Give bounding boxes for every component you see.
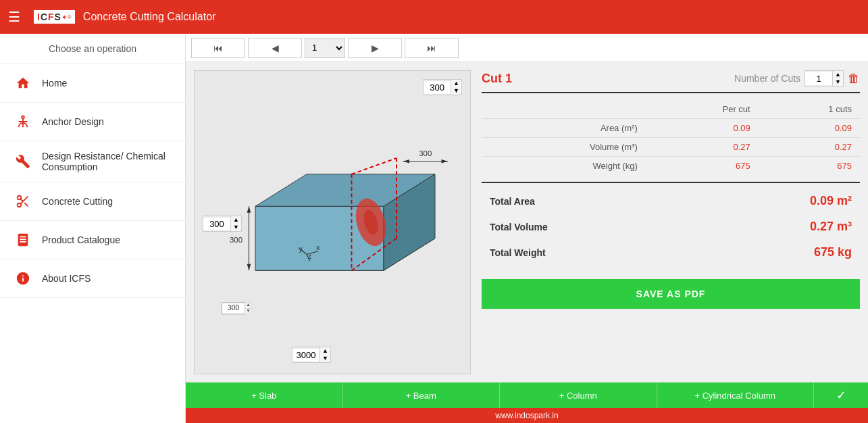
total-area-label: Total Area (490, 196, 535, 207)
dim1-input[interactable] (203, 218, 230, 230)
total-volume-row: Total Volume 0.27 m³ (482, 214, 860, 240)
sidebar-item-about[interactable]: About ICFS (0, 259, 185, 298)
total-area-row: Total Area 0.09 m² (482, 189, 860, 214)
svg-point-2 (18, 203, 22, 207)
weight-label: Weight (kg) (482, 157, 646, 176)
home-icon (14, 74, 32, 93)
volume-per-cut: 0.27 (646, 138, 759, 157)
totals-section: Total Area 0.09 m² Total Volume 0.27 m³ … (482, 182, 860, 266)
content-body: y z x 3000 3000 3000 (186, 62, 868, 382)
hamburger-menu[interactable]: ☰ (8, 9, 20, 25)
svg-text:x: x (316, 244, 320, 251)
preview-panel: y z x 3000 3000 3000 (194, 70, 471, 374)
svg-line-5 (20, 199, 23, 201)
col-label-header (482, 100, 646, 119)
weight-n-cuts: 675 (759, 157, 860, 176)
dim3-input-wrap[interactable]: ▲ ▼ (292, 347, 331, 363)
svg-text:300: 300 (228, 304, 240, 312)
next-page-button[interactable]: ▶ (348, 38, 402, 58)
cutting-icon (14, 192, 32, 211)
dim2-up[interactable]: ▲ (451, 80, 461, 87)
dim1-input-wrap[interactable]: ▲ ▼ (203, 216, 242, 232)
sidebar: Choose an operation Home Anchor Design D… (0, 34, 186, 423)
content-area: ⏮ ◀ 1 2 3 ▶ ⏭ (186, 34, 868, 423)
sidebar-item-concrete-cutting[interactable]: Concrete Cutting (0, 182, 185, 221)
dim3-up[interactable]: ▲ (320, 347, 330, 355)
delete-cut-button[interactable]: 🗑 (848, 72, 860, 86)
footer-url: www.indospark.in (495, 411, 558, 420)
logo: I C F S ✦ ® (34, 10, 75, 24)
total-weight-label: Total Weight (490, 247, 546, 258)
svg-point-1 (18, 196, 22, 200)
total-weight-value: 675 kg (814, 245, 852, 259)
dim2-input[interactable] (424, 81, 451, 94)
table-row: Volume (m³) 0.27 0.27 (482, 138, 860, 157)
area-n-cuts: 0.09 (759, 119, 860, 138)
info-icon (14, 269, 32, 288)
cuts-input[interactable] (805, 72, 832, 85)
catalogue-icon (14, 230, 32, 249)
cuts-label: Number of Cuts (734, 73, 800, 84)
sidebar-label-anchor: Anchor Design (42, 116, 104, 127)
svg-point-0 (22, 116, 24, 119)
sidebar-label-home: Home (42, 78, 67, 89)
sidebar-item-anchor-design[interactable]: Anchor Design (0, 103, 185, 141)
area-per-cut: 0.09 (646, 119, 759, 138)
area-label: Area (m²) (482, 119, 646, 138)
svg-text:300: 300 (419, 149, 432, 157)
sidebar-item-home[interactable]: Home (0, 64, 185, 103)
app-header: ☰ I C F S ✦ ® Concrete Cutting Calculato… (0, 0, 868, 34)
anchor-icon (14, 112, 32, 131)
weight-per-cut: 675 (646, 157, 759, 176)
first-page-button[interactable]: ⏮ (191, 38, 245, 58)
tab-slab[interactable]: + Slab (186, 382, 343, 408)
footer: www.indospark.in (186, 408, 868, 423)
main-layout: Choose an operation Home Anchor Design D… (0, 34, 868, 423)
total-weight-row: Total Weight 675 kg (482, 240, 860, 266)
last-page-button[interactable]: ⏭ (405, 38, 459, 58)
pagination-bar: ⏮ ◀ 1 2 3 ▶ ⏭ (186, 34, 868, 62)
svg-text:▲: ▲ (246, 302, 251, 307)
table-row: Weight (kg) 675 675 (482, 157, 860, 176)
tab-confirm-button[interactable]: ✓ (814, 382, 868, 408)
dim3-down[interactable]: ▼ (320, 355, 330, 362)
total-volume-value: 0.27 m³ (810, 220, 852, 234)
table-row: Area (m²) 0.09 0.09 (482, 119, 860, 138)
total-volume-label: Total Volume (490, 222, 548, 232)
sidebar-label-cutting: Concrete Cutting (42, 196, 113, 207)
cuts-up[interactable]: ▲ (833, 71, 843, 78)
bottom-tabs: + Slab + Beam + Column + Cylindrical Col… (186, 382, 868, 408)
tab-column[interactable]: + Column (500, 382, 657, 408)
sidebar-label-catalogue: Product Catalogue (42, 234, 120, 245)
tab-cylindrical-column[interactable]: + Cylindrical Column (657, 382, 815, 408)
volume-label: Volume (m³) (482, 138, 646, 157)
dim2-input-wrap[interactable]: ▲ ▼ (423, 79, 462, 95)
col-per-cut-header: Per cut (646, 100, 759, 119)
cut-header: Cut 1 Number of Cuts ▲ ▼ 🗑 (482, 70, 860, 93)
prev-page-button[interactable]: ◀ (248, 38, 302, 58)
sidebar-item-design-resistance[interactable]: Design Resistance/ Chemical Consumption (0, 141, 185, 182)
dim1-up[interactable]: ▲ (231, 216, 241, 224)
sidebar-label-design: Design Resistance/ Chemical Consumption (42, 151, 172, 172)
volume-n-cuts: 0.27 (759, 138, 860, 157)
logo-box: I C F S ✦ ® (34, 10, 75, 24)
cuts-down[interactable]: ▼ (833, 78, 843, 86)
dim3-input[interactable] (292, 349, 320, 362)
total-area-value: 0.09 m² (810, 194, 852, 208)
page-select[interactable]: 1 2 3 (305, 38, 345, 58)
app-title: Concrete Cutting Calculator (83, 11, 216, 23)
dim2-down[interactable]: ▼ (451, 87, 461, 95)
tab-beam[interactable]: + Beam (343, 382, 501, 408)
cuts-spinner[interactable]: ▲ ▼ (805, 70, 844, 86)
svg-text:300: 300 (230, 236, 242, 244)
svg-line-4 (24, 203, 28, 206)
save-pdf-button[interactable]: SAVE AS PDF (482, 279, 860, 309)
sidebar-item-product-catalogue[interactable]: Product Catalogue (0, 221, 185, 259)
dim1-down[interactable]: ▼ (231, 224, 241, 231)
svg-text:▼: ▼ (246, 308, 251, 313)
cut-number-control: Number of Cuts ▲ ▼ 🗑 (734, 70, 860, 86)
right-panel: Cut 1 Number of Cuts ▲ ▼ 🗑 (482, 70, 860, 374)
wrench-icon (14, 152, 32, 171)
sidebar-header: Choose an operation (0, 34, 185, 64)
beam-diagram: y z x 3000 3000 3000 (204, 121, 461, 324)
